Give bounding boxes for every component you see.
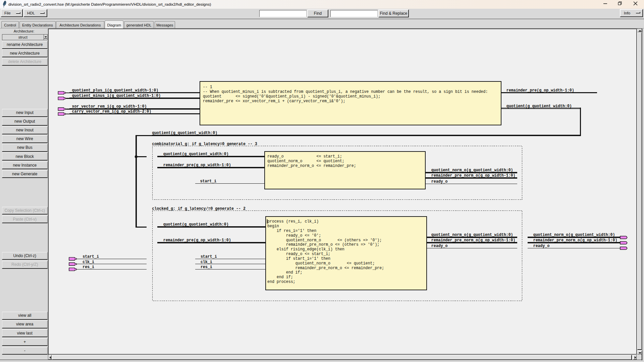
- svg-text:remainder_pre <= xor_vector_re: remainder_pre <= xor_vector_rem_i + (car…: [203, 99, 345, 104]
- svg-text:end process;: end process;: [267, 280, 296, 284]
- svg-text:-- When quotient_minus_i is su: -- When quotient_minus_i is subtracted f…: [203, 89, 488, 94]
- svg-text:begin: begin: [267, 224, 279, 229]
- svg-text:quotient_norm_o <= (othe: quotient_norm_o <= (others => '0');: [267, 238, 382, 243]
- svg-text:process (res_i, clk_i): process (res_i, clk_i): [267, 219, 319, 224]
- svg-text:start_i: start_i: [83, 254, 99, 259]
- svg-text:quotient_norm_o <= quotie: quotient_norm_o <= quotient;: [267, 159, 344, 164]
- svg-text:clk_i: clk_i: [83, 260, 94, 264]
- svg-text:ready_o: ready_o: [533, 244, 550, 248]
- svg-text:start_i: start_i: [201, 254, 217, 259]
- svg-text:remainder_pre_norm_o <= remain: remainder_pre_norm_o <= remainder_pre;: [267, 266, 384, 270]
- svg-text:clk_i: clk_i: [201, 260, 212, 264]
- svg-text:remainder_pre_norm_o <= remain: remainder_pre_norm_o <= remainder_pre;: [267, 164, 356, 168]
- svg-text:res_i: res_i: [83, 265, 94, 269]
- svg-text:-- 1: -- 1: [203, 85, 212, 89]
- svg-text:res_i: res_i: [201, 265, 212, 269]
- svg-text:ready_o <= start_i;: ready_o <= start_i;: [267, 252, 330, 256]
- svg-text:quotient <= signed('0'&qu: quotient <= signed('0'&quotient_plus_i) …: [203, 94, 380, 99]
- svg-text:remainder_pre_norm_o <= (other: remainder_pre_norm_o <= (others => '0');: [267, 242, 379, 247]
- svg-text:quotient_norm_o <= quoti: quotient_norm_o <= quotient;: [267, 261, 375, 266]
- svg-text:remainder_pre(g_op_width-1:0): remainder_pre(g_op_width-1:0): [163, 163, 231, 168]
- svg-text:combinatorial_g: if g_latency=: combinatorial_g: if g_latency=0 generate…: [152, 142, 257, 146]
- svg-text:ready_o <= '0';: ready_o <= '0';: [267, 233, 321, 238]
- svg-text:end if;: end if;: [267, 275, 293, 280]
- svg-text:if start_i='1' then: if start_i='1' then: [267, 256, 330, 261]
- svg-text:elsif rising_edge(clk_i) then: elsif rising_edge(clk_i) then: [267, 247, 344, 252]
- svg-text:end if;: end if;: [267, 270, 302, 275]
- svg-text:if res_i='1' then: if res_i='1' then: [267, 229, 316, 233]
- svg-text:ready_o: ready_o: [431, 179, 448, 184]
- svg-text:ready_o: ready_o: [431, 244, 448, 248]
- svg-text:start_i: start_i: [200, 179, 217, 184]
- svg-text:ready_o <= start_: ready_o <= start_i;: [267, 154, 342, 159]
